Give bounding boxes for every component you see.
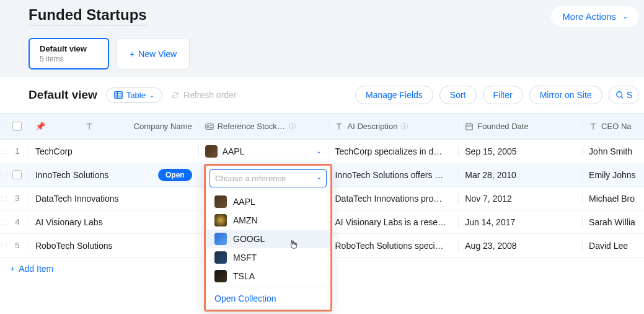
row-number: 3	[6, 194, 29, 203]
dropdown-option[interactable]: GOOGL	[206, 230, 330, 248]
column-header-reference[interactable]: Reference Stock… ⓘ	[198, 122, 329, 131]
refresh-label: Refresh order	[183, 90, 237, 100]
option-label: AAPL	[233, 197, 255, 207]
drag-handle-icon[interactable]: ⋮⋮	[0, 148, 6, 155]
page-title[interactable]: Funded Startups	[29, 6, 147, 25]
column-label: CEO Na	[601, 122, 631, 131]
cell-ceo[interactable]: John Smith	[582, 146, 644, 156]
cell-company[interactable]: RoboTech Solutions	[29, 241, 198, 251]
view-type-selector[interactable]: Table ⌄	[106, 87, 162, 103]
drag-handle-icon[interactable]: ⋮⋮	[0, 195, 6, 202]
open-badge[interactable]: Open	[158, 169, 192, 181]
column-label: AI Description	[347, 122, 397, 131]
company-name: InnoTech Solutions	[35, 170, 108, 180]
search-button[interactable]: S	[609, 86, 639, 104]
stock-icon	[214, 233, 227, 245]
cell-ceo[interactable]: David Lee	[582, 241, 644, 251]
plus-icon: +	[130, 49, 135, 59]
more-actions-label: More Actions	[562, 11, 616, 22]
mirror-button[interactable]: Mirror on Site	[529, 86, 602, 104]
column-header-founded[interactable]: Founded Date	[458, 122, 582, 131]
text-icon	[85, 122, 94, 131]
cell-ceo[interactable]: Sarah Willia	[582, 217, 644, 227]
refresh-order: Refresh order	[171, 90, 237, 100]
search-icon	[615, 91, 624, 99]
dropdown-option[interactable]: AMZN	[206, 211, 330, 230]
svg-point-7	[207, 125, 209, 127]
company-name: RoboTech Solutions	[35, 241, 113, 251]
plus-icon: +	[10, 264, 15, 274]
svg-rect-10	[466, 123, 473, 130]
more-actions-button[interactable]: More Actions ⌄	[551, 6, 639, 27]
info-icon[interactable]: ⓘ	[401, 122, 408, 131]
table-label: Table	[126, 91, 146, 100]
cell-company[interactable]: AI Visionary Labs	[29, 217, 198, 227]
manage-fields-button[interactable]: Manage Fields	[355, 86, 433, 104]
cell-founded[interactable]: Jun 14, 2017	[458, 217, 582, 227]
cell-ceo[interactable]: Michael Bro	[582, 194, 644, 204]
open-collection-link[interactable]: Open Collection	[206, 287, 330, 310]
stock-icon	[214, 251, 227, 264]
drag-handle-icon[interactable]: ⋮⋮	[0, 218, 6, 225]
reference-search-input[interactable]	[210, 169, 327, 187]
cell-description[interactable]: RoboTech Solutions speci…	[328, 241, 458, 251]
company-name: AI Visionary Labs	[35, 217, 103, 227]
chevron-down-icon: ⌄	[316, 173, 322, 181]
row-number: 1	[6, 146, 29, 156]
reference-ticker: AAPL	[223, 146, 245, 156]
table-row[interactable]: ⋮⋮1TechCorpAAPL⌄TechCorp specializes in …	[0, 140, 644, 163]
view-card-subtitle: 5 items	[40, 55, 98, 63]
cell-company[interactable]: InnoTech SolutionsOpen	[29, 169, 198, 181]
refresh-icon	[171, 91, 180, 99]
cell-reference[interactable]: AAPL⌄	[198, 145, 329, 158]
cell-ceo[interactable]: Emily Johns	[582, 170, 644, 180]
current-view-name: Default view	[29, 88, 97, 102]
new-view-label: New View	[138, 49, 177, 59]
new-view-button[interactable]: + New View	[117, 38, 190, 70]
row-number: 4	[6, 217, 29, 227]
cell-founded[interactable]: Mar 28, 2010	[458, 170, 582, 180]
cell-company[interactable]: TechCorp	[29, 146, 198, 156]
text-icon	[335, 122, 343, 131]
column-label: Founded Date	[477, 122, 528, 131]
dropdown-option[interactable]: MSFT	[206, 248, 330, 267]
column-header-ceo[interactable]: CEO Na	[582, 122, 644, 131]
company-name: TechCorp	[35, 146, 73, 156]
drag-handle-icon[interactable]: ⋮⋮	[0, 242, 6, 249]
column-header-company[interactable]: 📌 Company Name	[29, 122, 198, 131]
add-item-label: Add Item	[19, 264, 53, 274]
cell-description[interactable]: DataTech Innovations pro…	[328, 194, 458, 204]
column-header-description[interactable]: AI Description ⓘ	[328, 122, 458, 131]
info-icon[interactable]: ⓘ	[289, 122, 296, 131]
company-name: DataTech Innovations	[35, 194, 119, 204]
reference-icon	[205, 122, 214, 131]
drag-handle-icon[interactable]: ⋮⋮	[0, 171, 6, 178]
select-all-checkbox[interactable]	[12, 122, 22, 131]
cell-description[interactable]: AI Visionary Labs is a rese…	[328, 217, 458, 227]
cell-founded[interactable]: Nov 7, 2012	[458, 194, 582, 204]
row-checkbox[interactable]	[12, 170, 22, 179]
pin-icon: 📌	[35, 122, 45, 131]
cell-company[interactable]: DataTech Innovations	[29, 194, 198, 204]
svg-rect-0	[115, 92, 122, 99]
chevron-down-icon[interactable]: ⌄	[316, 147, 322, 155]
option-label: TSLA	[233, 271, 255, 281]
cell-description[interactable]: TechCorp specializes in d…	[328, 146, 458, 156]
stock-icon	[214, 270, 227, 282]
cell-founded[interactable]: Sep 15, 2005	[458, 146, 582, 156]
cell-founded[interactable]: Aug 23, 2008	[458, 241, 582, 251]
column-label: Company Name	[134, 122, 192, 131]
reference-dropdown: ⌄ AAPLAMZNGOOGLMSFTTSLA Open Collection	[204, 164, 332, 312]
view-card-default[interactable]: Default view 5 items	[29, 38, 109, 70]
option-label: MSFT	[233, 253, 257, 262]
sort-button[interactable]: Sort	[439, 86, 477, 104]
cell-description[interactable]: InnoTech Solutions offers …	[328, 170, 458, 180]
dropdown-option[interactable]: TSLA	[206, 267, 330, 285]
search-label: S	[627, 90, 632, 100]
filter-button[interactable]: Filter	[483, 86, 523, 104]
calendar-icon	[465, 122, 474, 131]
view-card-title: Default view	[40, 44, 98, 53]
dropdown-option[interactable]: AAPL	[206, 192, 330, 211]
chevron-down-icon: ⌄	[149, 92, 154, 99]
svg-line-5	[621, 97, 623, 99]
